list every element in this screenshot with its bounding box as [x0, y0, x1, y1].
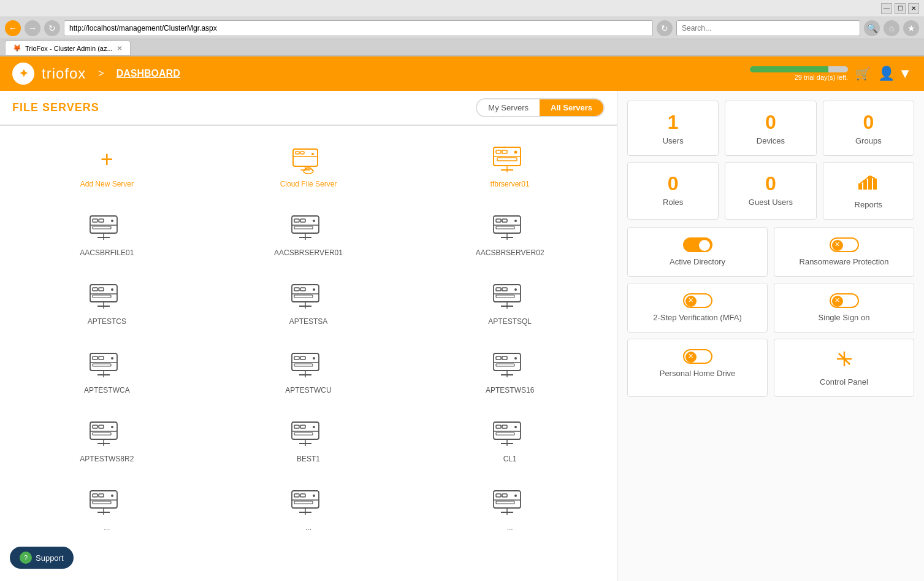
- svg-point-75: [111, 357, 113, 360]
- active-directory-toggle[interactable]: ✓: [683, 237, 712, 252]
- users-stat-card[interactable]: 1 Users: [627, 101, 719, 156]
- stats-grid: 1 Users 0 Devices 0 Groups 0 Roles 0 Gue…: [627, 101, 914, 220]
- devices-stat-card[interactable]: 0 Devices: [725, 101, 816, 156]
- svg-point-4: [311, 153, 314, 155]
- server-item-aptestws16[interactable]: APTESTWS16: [409, 338, 611, 407]
- favorites-button[interactable]: ★: [903, 20, 919, 36]
- svg-rect-62: [494, 285, 521, 302]
- support-label: Support: [36, 553, 64, 563]
- server-item-cl1[interactable]: CL1: [409, 407, 611, 475]
- forward-button[interactable]: →: [25, 20, 40, 36]
- server-icon-aptestws8r2: [85, 419, 128, 450]
- devices-number: 0: [765, 111, 776, 134]
- all-servers-tab[interactable]: All Servers: [540, 99, 603, 116]
- tab-close-icon[interactable]: ✕: [116, 44, 123, 53]
- go-button[interactable]: ↻: [657, 20, 673, 36]
- svg-rect-67: [496, 295, 514, 298]
- server-item-more2[interactable]: ...: [208, 475, 410, 544]
- mfa-card[interactable]: ✕ 2-Step Verification (MFA): [627, 283, 768, 333]
- server-label-more2: ...: [305, 523, 311, 532]
- svg-rect-90: [496, 356, 501, 360]
- svg-rect-31: [294, 226, 313, 229]
- logo-text: triofox: [42, 65, 86, 82]
- shield-icon: ✦: [19, 67, 28, 80]
- cloud-file-server-item[interactable]: Cloud File Server: [208, 132, 410, 201]
- ransomware-card[interactable]: ✕ Ransomeware Protection: [774, 227, 914, 277]
- server-item-best1[interactable]: BEST1: [208, 407, 410, 475]
- server-label-aptestsa: APTESTSA: [289, 317, 328, 326]
- svg-rect-89: [494, 353, 521, 371]
- close-button[interactable]: ✕: [908, 3, 919, 14]
- server-icon-aptestsql: [489, 282, 532, 312]
- server-item-aptestcs[interactable]: APTESTCS: [6, 269, 208, 338]
- back-button[interactable]: ←: [5, 20, 21, 36]
- roles-stat-card[interactable]: 0 Roles: [627, 162, 719, 220]
- svg-point-102: [111, 426, 113, 428]
- server-item-more1[interactable]: ...: [6, 475, 208, 544]
- my-servers-tab[interactable]: My Servers: [477, 99, 540, 116]
- server-label-best1: BEST1: [297, 455, 320, 463]
- svg-rect-154: [868, 176, 872, 190]
- server-item-aptestwca[interactable]: APTESTWCA: [6, 338, 208, 407]
- user-icon[interactable]: 👤 ▼: [878, 66, 912, 82]
- minimize-button[interactable]: —: [881, 3, 892, 14]
- ransomware-label: Ransomeware Protection: [800, 257, 889, 266]
- server-item-aacsbrserver02[interactable]: AACSBRSERVER02: [409, 201, 611, 269]
- groups-stat-card[interactable]: 0 Groups: [823, 101, 914, 156]
- tfbrserver01-item[interactable]: tfbrserver01: [409, 132, 611, 201]
- svg-rect-10: [502, 150, 507, 153]
- reports-stat-card[interactable]: Reports: [823, 162, 914, 220]
- refresh-button[interactable]: ↻: [44, 20, 60, 36]
- svg-rect-127: [99, 494, 104, 497]
- guest-users-stat-card[interactable]: 0 Guest Users: [725, 162, 816, 220]
- server-item-aptestsql[interactable]: APTESTSQL: [409, 269, 611, 338]
- browser-tab-bar: 🦊 TrioFox - Cluster Admin (az... ✕: [0, 39, 924, 56]
- server-item-aptestsa[interactable]: APTESTSA: [208, 269, 410, 338]
- svg-rect-126: [93, 494, 97, 497]
- address-bar[interactable]: [64, 20, 653, 36]
- dashboard-link[interactable]: DASHBOARD: [116, 68, 180, 79]
- svg-rect-91: [502, 356, 507, 360]
- svg-point-84: [313, 357, 315, 360]
- home-button[interactable]: ⌂: [884, 20, 899, 36]
- svg-rect-116: [494, 422, 521, 439]
- svg-rect-148: [496, 501, 514, 504]
- server-item-aacsbrserver01[interactable]: AACSBRSERVER01: [208, 201, 410, 269]
- server-item-more3[interactable]: ...: [409, 475, 611, 544]
- server-icon-more1: [85, 488, 128, 518]
- svg-rect-36: [496, 219, 501, 222]
- server-grid: + Add New Server: [0, 126, 617, 550]
- browser-tab[interactable]: 🦊 TrioFox - Cluster Admin (az... ✕: [5, 40, 131, 55]
- server-label-aacsbrserver01: AACSBRSERVER01: [274, 248, 343, 257]
- sso-card[interactable]: ✕ Single Sign on: [774, 283, 914, 333]
- users-label: Users: [663, 136, 684, 145]
- server-icon-cl1: [489, 419, 532, 450]
- active-directory-card[interactable]: ✓ Active Directory: [627, 227, 768, 277]
- left-panel: FILE SERVERS My Servers All Servers + Ad…: [0, 91, 617, 581]
- server-item-aptestws8r2[interactable]: APTESTWS8R2: [6, 407, 208, 475]
- active-directory-label: Active Directory: [670, 257, 725, 266]
- svg-rect-53: [292, 285, 319, 302]
- svg-point-138: [313, 494, 315, 497]
- server-label-aptestsql: APTESTSQL: [488, 317, 532, 326]
- personal-home-card[interactable]: ✕ Personal Home Drive: [627, 339, 768, 397]
- browser-search-input[interactable]: [676, 20, 860, 36]
- svg-rect-125: [90, 491, 117, 508]
- svg-rect-37: [502, 219, 507, 222]
- support-button[interactable]: ? Support: [10, 547, 74, 569]
- svg-rect-44: [90, 285, 117, 302]
- search-button[interactable]: 🔍: [864, 20, 880, 36]
- server-icon-aptestcs: [85, 282, 128, 312]
- tab-label: TrioFox - Cluster Admin (az...: [25, 45, 113, 52]
- control-panel-card[interactable]: Control Panel: [774, 339, 914, 397]
- control-panel-label: Control Panel: [820, 377, 868, 387]
- cloud-server-label: Cloud File Server: [280, 180, 337, 188]
- server-grid-wrapper[interactable]: + Add New Server: [0, 126, 617, 581]
- svg-rect-46: [99, 288, 104, 291]
- cart-icon[interactable]: 🛒: [855, 66, 871, 81]
- server-item-aacsbrfile01[interactable]: AACSBRFILE01: [6, 201, 208, 269]
- server-item-aptestwcu[interactable]: APTESTWCU: [208, 338, 410, 407]
- add-new-server-item[interactable]: + Add New Server: [6, 132, 208, 201]
- svg-rect-130: [93, 501, 111, 504]
- maximize-button[interactable]: ☐: [895, 3, 906, 14]
